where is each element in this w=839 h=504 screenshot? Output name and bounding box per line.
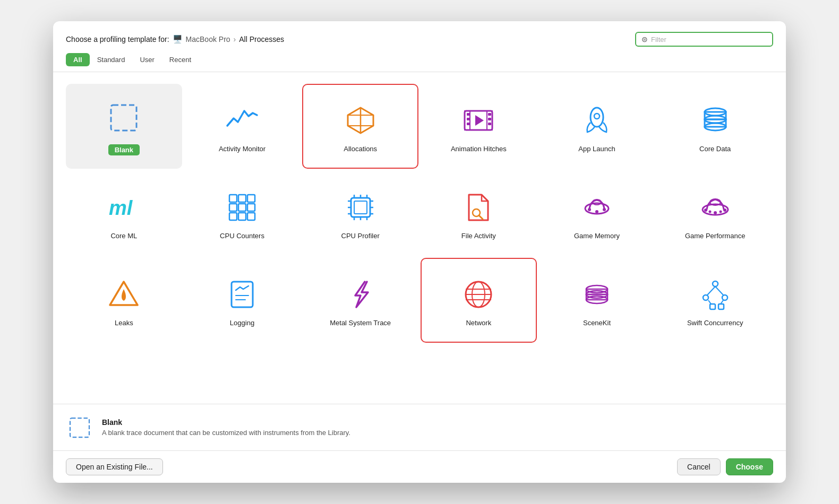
svg-rect-30 [238, 213, 246, 220]
template-metal-system-trace[interactable]: Metal System Trace [302, 258, 418, 343]
svg-rect-78 [718, 304, 724, 309]
template-activity-monitor[interactable]: Activity Monitor [184, 84, 301, 169]
svg-point-75 [703, 295, 708, 300]
template-app-launch[interactable]: App Launch [539, 84, 655, 169]
device-label: MacBook Pro [186, 35, 230, 44]
template-logging[interactable]: Logging [184, 258, 301, 343]
network-icon [459, 275, 498, 314]
tabs-divider [53, 72, 786, 72]
template-cpu-profiler[interactable]: CPU Profiler [302, 171, 418, 256]
title-prefix: Choose a profiling template for: [66, 35, 169, 44]
blank-badge: Blank [108, 144, 140, 155]
bottom-info: Blank A blank trace document that can be… [53, 404, 786, 450]
file-activity-icon [459, 188, 498, 227]
svg-point-50 [588, 208, 591, 211]
template-game-memory[interactable]: Game Memory [539, 171, 655, 256]
tabs-bar: All Standard User Recent [53, 47, 786, 66]
svg-line-47 [479, 215, 483, 219]
template-scenekit[interactable]: SceneKit [539, 258, 655, 343]
core-data-icon [696, 101, 734, 140]
dialog-footer: Open an Existing File... Cancel Choose [53, 450, 786, 483]
svg-line-80 [715, 286, 723, 295]
template-game-performance[interactable]: Game Performance [657, 171, 773, 256]
metal-system-trace-icon [341, 275, 380, 314]
filter-icon: ⊜ [641, 35, 648, 44]
svg-point-15 [590, 108, 603, 127]
cancel-button[interactable]: Cancel [677, 458, 721, 475]
device-icon: 🖥️ [173, 34, 183, 44]
svg-line-81 [708, 300, 711, 304]
scope-label: All Processes [239, 35, 284, 44]
breadcrumb-chevron: › [234, 35, 236, 44]
template-network[interactable]: Network [421, 258, 537, 343]
svg-point-16 [594, 114, 600, 119]
tab-standard[interactable]: Standard [90, 53, 133, 66]
svg-rect-28 [247, 204, 255, 211]
tab-recent[interactable]: Recent [162, 53, 199, 66]
svg-rect-26 [229, 204, 237, 211]
template-leaks[interactable]: Leaks [66, 258, 182, 343]
tab-all[interactable]: All [66, 53, 90, 66]
templates-grid: Blank Activity Monitor [66, 84, 773, 343]
game-memory-label: Game Memory [574, 232, 620, 240]
template-swift-concurrency[interactable]: Swift Concurrency [657, 258, 773, 343]
swift-concurrency-icon [696, 275, 734, 314]
svg-point-76 [722, 295, 727, 300]
template-core-data[interactable]: Core Data [657, 84, 773, 169]
svg-rect-27 [238, 204, 246, 211]
svg-point-52 [603, 208, 606, 211]
svg-rect-77 [710, 304, 715, 309]
template-animation-hitches[interactable]: Animation Hitches [421, 84, 537, 169]
template-blank[interactable]: Blank [66, 84, 182, 169]
template-core-ml[interactable]: ml Core ML [66, 171, 182, 256]
svg-rect-25 [247, 195, 255, 202]
svg-rect-0 [111, 105, 136, 131]
svg-rect-24 [238, 195, 246, 202]
bottom-desc: A blank trace document that can be custo… [102, 429, 350, 437]
network-label: Network [466, 319, 491, 327]
scenekit-icon [578, 275, 616, 314]
svg-point-51 [595, 210, 598, 213]
allocations-label: Allocations [344, 145, 377, 153]
file-activity-label: File Activity [461, 232, 496, 240]
svg-rect-61 [232, 282, 253, 307]
svg-point-58 [708, 210, 711, 213]
svg-rect-13 [488, 123, 491, 125]
svg-rect-11 [488, 113, 491, 116]
choose-button[interactable]: Choose [726, 458, 773, 475]
core-data-label: Core Data [699, 145, 731, 153]
filter-box[interactable]: ⊜ [635, 32, 773, 47]
filter-input[interactable] [651, 36, 767, 44]
svg-rect-9 [467, 118, 470, 120]
svg-rect-10 [467, 123, 470, 125]
app-launch-icon [578, 101, 616, 140]
svg-point-55 [704, 208, 707, 212]
svg-point-59 [719, 210, 722, 213]
template-file-activity[interactable]: File Activity [421, 171, 537, 256]
footer-right-buttons: Cancel Choose [677, 458, 773, 475]
bottom-selected-icon [66, 414, 93, 441]
dialog-header: Choose a profiling template for: 🖥️ MacB… [53, 21, 786, 47]
metal-system-trace-label: Metal System Trace [330, 319, 391, 327]
logging-label: Logging [230, 319, 254, 327]
core-ml-label: Core ML [110, 232, 137, 240]
svg-rect-12 [488, 118, 491, 120]
activity-monitor-label: Activity Monitor [219, 145, 266, 153]
leaks-icon [105, 275, 143, 314]
template-cpu-counters[interactable]: CPU Counters [184, 171, 301, 256]
leaks-label: Leaks [115, 319, 133, 327]
open-existing-button[interactable]: Open an Existing File... [66, 458, 163, 475]
bottom-text: Blank A blank trace document that can be… [102, 418, 350, 437]
cpu-counters-label: CPU Counters [220, 232, 264, 240]
template-allocations[interactable]: Allocations [302, 84, 418, 169]
svg-text:ml: ml [109, 197, 133, 219]
svg-line-79 [707, 286, 715, 295]
profiling-template-dialog: Choose a profiling template for: 🖥️ MacB… [53, 21, 786, 483]
allocations-icon [341, 101, 380, 140]
cpu-profiler-icon [341, 188, 380, 227]
cpu-profiler-label: CPU Profiler [341, 232, 380, 240]
app-launch-label: App Launch [578, 145, 615, 153]
tab-user[interactable]: User [132, 53, 161, 66]
svg-point-74 [713, 281, 718, 286]
svg-rect-8 [467, 113, 470, 116]
